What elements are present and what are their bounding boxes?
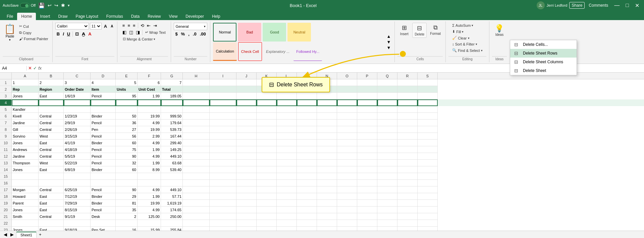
cell-M15[interactable]: [297, 173, 317, 180]
cell-N21[interactable]: [317, 213, 337, 220]
italic-button[interactable]: I: [61, 31, 65, 37]
cell-H10[interactable]: [183, 140, 210, 146]
cell-P10[interactable]: [357, 140, 377, 146]
style-good[interactable]: Good: [263, 23, 286, 42]
cell-H14[interactable]: [183, 166, 210, 173]
cell-E20[interactable]: 35: [116, 207, 138, 213]
cell-P15[interactable]: [357, 173, 377, 180]
row-num-1[interactable]: 1: [0, 79, 12, 86]
tab-formulas[interactable]: Formulas: [102, 13, 127, 20]
cell-E13[interactable]: 32: [116, 160, 138, 166]
cell-C12[interactable]: 5/5/19: [64, 153, 91, 160]
cell-A4[interactable]: [12, 99, 39, 106]
cell-B8[interactable]: Central: [39, 126, 64, 133]
cell-O11[interactable]: [337, 146, 357, 153]
cell-O2[interactable]: [337, 86, 357, 93]
cell-D17[interactable]: Pencil: [91, 186, 116, 193]
cell-E12[interactable]: 90: [116, 153, 138, 160]
cell-F11[interactable]: 1.99: [138, 146, 161, 153]
cell-Q8[interactable]: [377, 126, 397, 133]
row-num-7[interactable]: 7: [0, 120, 12, 126]
more-icon[interactable]: ✱: [61, 3, 65, 8]
cell-G13[interactable]: 63.68: [161, 160, 183, 166]
cell-B9[interactable]: West: [39, 133, 64, 140]
cell-P3[interactable]: [357, 93, 377, 99]
autosave-toggle[interactable]: [20, 3, 30, 8]
cell-E15[interactable]: [116, 173, 138, 180]
row-num-9[interactable]: 9: [0, 133, 12, 140]
cell-R2[interactable]: [397, 86, 418, 93]
cell-L3[interactable]: [277, 93, 297, 99]
cell-O15[interactable]: [337, 173, 357, 180]
cell-H7[interactable]: [183, 120, 210, 126]
cell-R3[interactable]: [397, 93, 418, 99]
insert-function-icon[interactable]: fx: [38, 66, 42, 71]
cell-N18[interactable]: [317, 193, 337, 200]
add-sheet-button[interactable]: +: [38, 232, 43, 237]
cell-L4[interactable]: [277, 99, 297, 106]
cell-Q1[interactable]: [377, 79, 397, 86]
cell-D7[interactable]: Pencil: [91, 120, 116, 126]
cell-Q16[interactable]: [377, 180, 397, 186]
cell-S2[interactable]: [418, 86, 438, 93]
cell-M8[interactable]: [297, 126, 317, 133]
cell-F7[interactable]: 4.99: [138, 120, 161, 126]
cell-H16[interactable]: [183, 180, 210, 186]
borders-button[interactable]: ⊡: [74, 31, 80, 37]
cell-E22[interactable]: [116, 220, 138, 227]
cell-E10[interactable]: 60: [116, 140, 138, 146]
cell-J5[interactable]: [236, 106, 257, 113]
cell-H13[interactable]: [183, 160, 210, 166]
cell-F14[interactable]: 8.99: [138, 166, 161, 173]
cell-K9[interactable]: [257, 133, 277, 140]
style-explanatory[interactable]: Explanatory ...: [263, 42, 292, 61]
cell-A20[interactable]: Jones: [12, 207, 39, 213]
cell-D14[interactable]: Binder: [91, 166, 116, 173]
cell-H3[interactable]: [183, 93, 210, 99]
cell-N3[interactable]: [317, 93, 337, 99]
align-top-right-button[interactable]: ≡: [132, 23, 137, 28]
cell-B13[interactable]: West: [39, 160, 64, 166]
cell-I9[interactable]: [210, 133, 236, 140]
cell-S21[interactable]: [418, 213, 438, 220]
cell-E11[interactable]: 75: [116, 146, 138, 153]
cell-O9[interactable]: [337, 133, 357, 140]
cell-I14[interactable]: [210, 166, 236, 173]
cell-C21[interactable]: 9/1/19: [64, 213, 91, 220]
cell-F16[interactable]: [138, 180, 161, 186]
cell-R8[interactable]: [397, 126, 418, 133]
cell-S10[interactable]: [418, 140, 438, 146]
cell-N6[interactable]: [317, 113, 337, 120]
cell-P11[interactable]: [357, 146, 377, 153]
style-calculation[interactable]: Calculation: [213, 42, 236, 61]
cell-O1[interactable]: [337, 79, 357, 86]
cell-Q21[interactable]: [377, 213, 397, 220]
cell-N10[interactable]: [317, 140, 337, 146]
cell-A6[interactable]: Kivell: [12, 113, 39, 120]
tab-data[interactable]: Data: [127, 13, 144, 20]
cell-M14[interactable]: [297, 166, 317, 173]
cell-E17[interactable]: 90: [116, 186, 138, 193]
cell-F22[interactable]: [138, 220, 161, 227]
cell-L8[interactable]: [277, 126, 297, 133]
cell-R1[interactable]: [397, 79, 418, 86]
cell-G18[interactable]: 57.71: [161, 193, 183, 200]
cell-M12[interactable]: [297, 153, 317, 160]
cell-K4[interactable]: [257, 99, 277, 106]
cell-S9[interactable]: [418, 133, 438, 140]
cell-F8[interactable]: 19.99: [138, 126, 161, 133]
menu-delete-sheet[interactable]: ⊟ Delete Sheet: [510, 66, 577, 75]
cell-A10[interactable]: Jones: [12, 140, 39, 146]
cell-R16[interactable]: [397, 180, 418, 186]
cell-M6[interactable]: [297, 113, 317, 120]
cell-E16[interactable]: [116, 180, 138, 186]
cell-A2[interactable]: Rep: [12, 86, 39, 93]
cell-O10[interactable]: [337, 140, 357, 146]
cell-Q10[interactable]: [377, 140, 397, 146]
cell-K6[interactable]: [257, 113, 277, 120]
underline-button[interactable]: U: [66, 31, 71, 37]
cell-B5[interactable]: [39, 106, 64, 113]
cell-Q4[interactable]: [377, 99, 397, 106]
cell-F21[interactable]: 125.00: [138, 213, 161, 220]
cell-F17[interactable]: 4.99: [138, 186, 161, 193]
